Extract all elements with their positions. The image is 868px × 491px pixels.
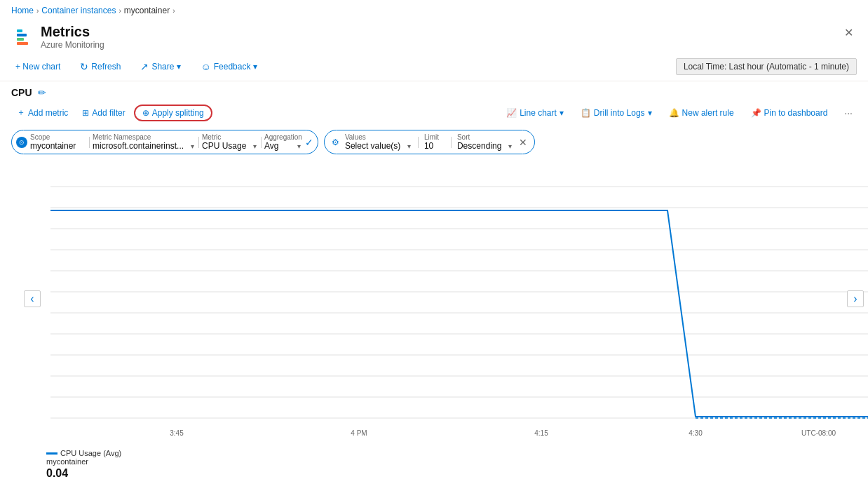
feedback-chevron-icon: ▾	[253, 62, 257, 72]
legend-label1: CPU Usage (Avg)	[60, 449, 121, 457]
time-range-selector[interactable]: Local Time: Last hour (Automatic - 1 min…	[676, 58, 857, 75]
metric-select[interactable]: CPU Usage	[202, 141, 258, 151]
apply-splitting-button[interactable]: ⊕ Apply splitting	[134, 105, 212, 121]
more-options-button[interactable]: ···	[840, 105, 857, 121]
close-button[interactable]: ✕	[840, 24, 857, 41]
splitting-pill: ⚙ Values Select value(s) Limit Sort	[324, 130, 535, 154]
feedback-button[interactable]: ☺ Feedback ▾	[196, 58, 262, 75]
scope-input[interactable]	[30, 141, 86, 151]
new-alert-rule-button[interactable]: 🔔 New alert rule	[665, 105, 738, 121]
legend-item: CPU Usage (Avg) mycontainer 0.04	[46, 449, 121, 480]
legend-label2: mycontainer	[46, 457, 121, 466]
feedback-icon: ☺	[201, 61, 210, 72]
pin-label: Pin to dashboard	[764, 108, 828, 118]
drill-icon: 📋	[581, 108, 591, 118]
feedback-label: Feedback	[214, 62, 251, 72]
share-icon: ↗	[140, 61, 149, 72]
drill-into-logs-button[interactable]: 📋 Drill into Logs ▾	[576, 105, 656, 121]
splitting-icon: ⊕	[142, 108, 149, 118]
scope-label: Scope	[30, 133, 86, 141]
breadcrumb: Home › Container instances › mycontainer…	[0, 0, 868, 21]
breadcrumb-home[interactable]: Home	[11, 6, 34, 15]
share-button[interactable]: ↗ Share ▾	[136, 58, 185, 75]
drill-label: Drill into Logs	[594, 108, 645, 118]
chart-wrapper: ‹ 0.55 0.50 0.45 0.40 0.35 0.30 0.25 0.2	[22, 166, 857, 446]
page-title: Metrics	[41, 24, 104, 40]
refresh-label: Refresh	[91, 62, 121, 72]
splitting-settings-icon: ⚙	[332, 137, 339, 147]
alert-label: New alert rule	[682, 108, 734, 118]
add-filter-label: Add filter	[92, 108, 125, 118]
toolbar: + New chart ↻ Refresh ↗ Share ▾ ☺ Feedba…	[0, 55, 868, 81]
limit-input[interactable]	[424, 141, 445, 151]
svg-text:4:30: 4:30	[689, 429, 703, 437]
aggregation-select[interactable]: Avg	[264, 141, 290, 151]
namespace-label: Metric Namespace	[93, 133, 196, 141]
chart-legend: CPU Usage (Avg) mycontainer 0.04	[11, 446, 857, 485]
drill-chevron-icon: ▾	[648, 108, 652, 118]
breadcrumb-sep3: ›	[172, 7, 175, 15]
line-chart-button[interactable]: 📈 Line chart ▾	[502, 105, 568, 121]
chart-title: CPU	[11, 87, 32, 98]
main-metric-pill: ⊙ Scope Metric Namespace microsoft.conta…	[11, 130, 318, 154]
page-header: Metrics Azure Monitoring ✕	[0, 21, 868, 55]
legend-color-swatch	[46, 452, 57, 455]
line-chart-icon: 📈	[506, 108, 517, 118]
add-metric-icon: ＋	[17, 107, 25, 119]
svg-text:3:45: 3:45	[170, 429, 184, 437]
svg-text:4 PM: 4 PM	[351, 429, 367, 437]
metric-row: ⊙ Scope Metric Namespace microsoft.conta…	[11, 127, 857, 157]
sort-label: Sort	[457, 133, 513, 141]
namespace-select[interactable]: microsoft.containerinst...	[93, 141, 196, 151]
chart-nav-left[interactable]: ‹	[24, 290, 41, 307]
add-metric-button[interactable]: ＋ Add metric	[11, 104, 74, 121]
new-chart-button[interactable]: + New chart	[11, 59, 65, 74]
limit-label: Limit	[424, 133, 445, 141]
pin-to-dashboard-button[interactable]: 📌 Pin to dashboard	[747, 105, 832, 121]
chart-controls: ＋ Add metric ⊞ Add filter ⊕ Apply splitt…	[11, 104, 857, 121]
sort-select[interactable]: Descending	[457, 141, 513, 151]
chart-title-row: CPU ✏	[11, 87, 857, 98]
breadcrumb-mycontainer: mycontainer	[124, 6, 170, 15]
values-label: Values	[345, 133, 412, 141]
refresh-icon: ↻	[80, 61, 88, 72]
scope-icon: ⊙	[16, 137, 27, 148]
splitting-close-icon[interactable]: ✕	[519, 137, 527, 148]
edit-icon[interactable]: ✏	[38, 87, 46, 98]
svg-text:UTC-08:00: UTC-08:00	[801, 429, 836, 437]
page-subtitle: Azure Monitoring	[41, 40, 104, 50]
apply-splitting-label: Apply splitting	[152, 108, 204, 118]
chart-nav-right[interactable]: ›	[847, 290, 864, 307]
svg-text:4:15: 4:15	[534, 429, 548, 437]
line-chart-label: Line chart	[520, 108, 557, 118]
chart-svg: 0.55 0.50 0.45 0.40 0.35 0.30 0.25 0.20 …	[50, 166, 868, 446]
alert-icon: 🔔	[669, 108, 679, 118]
values-select[interactable]: Select value(s)	[345, 141, 412, 151]
legend-value: 0.04	[46, 467, 121, 480]
metric-label: Metric	[202, 133, 258, 141]
share-label: Share	[151, 62, 174, 72]
breadcrumb-sep1: ›	[36, 7, 39, 15]
chart-section: CPU ✏ ＋ Add metric ⊞ Add filter ⊕ Apply …	[0, 81, 868, 491]
filter-icon: ⊞	[82, 108, 89, 118]
refresh-button[interactable]: ↻ Refresh	[76, 58, 125, 75]
aggregation-label: Aggregation	[264, 133, 302, 141]
breadcrumb-container-instances[interactable]: Container instances	[41, 6, 116, 15]
line-chart-chevron-icon: ▾	[560, 108, 564, 118]
pin-icon: 📌	[751, 108, 761, 118]
add-metric-label: Add metric	[28, 108, 68, 118]
breadcrumb-sep2: ›	[118, 7, 121, 15]
add-filter-button[interactable]: ⊞ Add filter	[76, 105, 130, 121]
share-chevron-icon: ▾	[177, 62, 181, 72]
app-icon	[11, 26, 34, 48]
metric-check-icon[interactable]: ✓	[305, 137, 313, 148]
